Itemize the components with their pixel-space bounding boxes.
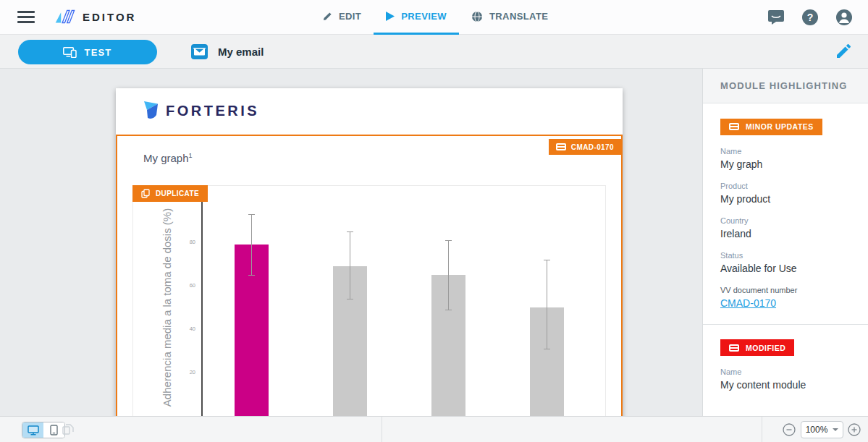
field-value: My product xyxy=(720,193,851,205)
field-label: Product xyxy=(720,182,851,190)
mobile-view-button[interactable] xyxy=(43,422,64,438)
chat-icon[interactable] xyxy=(768,10,784,25)
field-label: Name xyxy=(720,147,851,156)
monitor-icon xyxy=(28,425,39,435)
chart-error-cap xyxy=(248,214,255,215)
email-title-group: My email xyxy=(191,35,264,69)
chart-error-bar xyxy=(350,231,350,299)
chart-container: DUPLICATE Adherencia media a la toma de … xyxy=(132,185,606,416)
zoom-in-button[interactable] xyxy=(848,423,861,436)
email-title: My email xyxy=(218,46,264,58)
field-value: Ireland xyxy=(720,228,851,239)
app-name: EDITOR xyxy=(83,11,136,23)
y-tick-label: 80 xyxy=(177,239,195,245)
panel-title: MODULE HIGHLIGHTING xyxy=(703,69,868,103)
chart-error-cap xyxy=(347,299,353,299)
field-row: CountryIreland xyxy=(720,216,851,239)
content-card-icon xyxy=(729,123,739,130)
brand-name: FORTERIS xyxy=(166,103,259,119)
app-logo: EDITOR xyxy=(52,7,136,26)
app-logo-icon xyxy=(52,7,75,26)
field-value: My content module xyxy=(720,379,851,391)
duplicate-button[interactable]: DUPLICATE xyxy=(132,185,208,202)
content-card-icon xyxy=(729,344,739,352)
chart-error-cap xyxy=(347,231,353,232)
y-tick-label: 60 xyxy=(177,282,195,289)
pencil-icon xyxy=(322,12,332,22)
field-value: Available for Use xyxy=(720,263,851,274)
field-row: StatusAvailable for Use xyxy=(720,251,851,274)
field-label: Name xyxy=(720,367,851,376)
svg-text:?: ? xyxy=(807,12,814,23)
field-label: Country xyxy=(720,216,851,225)
zoom-level-select[interactable]: 100% xyxy=(801,421,843,438)
field-row: VV document numberCMAD-0170 xyxy=(720,286,851,310)
content-card-icon xyxy=(556,143,566,150)
module-fields: NameMy graphProductMy productCountryIrel… xyxy=(720,147,851,310)
devices-icon xyxy=(63,47,77,58)
content-module[interactable]: CMAD-0170 My graph1 DUPLICATE Adherencia… xyxy=(116,135,623,416)
account-icon[interactable] xyxy=(836,9,852,25)
brand-logo: FORTERIS xyxy=(143,101,259,122)
field-row: NameMy content module xyxy=(720,367,851,391)
field-row: ProductMy product xyxy=(720,182,851,205)
edit-email-icon[interactable] xyxy=(837,44,851,61)
status-badge[interactable]: MODIFIED xyxy=(720,339,794,356)
zoom-level: 100% xyxy=(806,425,828,435)
pages-icon xyxy=(62,424,74,438)
module-fields: NameMy content module xyxy=(720,367,851,391)
chart-error-cap xyxy=(445,240,452,241)
tab-preview[interactable]: PREVIEW xyxy=(374,0,459,35)
field-value: My graph xyxy=(720,158,851,170)
module-info-section: MODIFIED NameMy content module xyxy=(703,325,868,406)
chart-error-bar xyxy=(547,260,547,349)
module-title: My graph1 xyxy=(143,152,193,164)
chart-error-bar xyxy=(448,240,449,310)
preview-pane: FORTERIS CMAD-0170 My graph1 DUPLICATE xyxy=(0,69,702,416)
chart-error-cap xyxy=(248,275,255,276)
y-tick-label: 40 xyxy=(177,326,195,332)
globe-icon xyxy=(471,11,483,22)
module-tag[interactable]: CMAD-0170 xyxy=(549,139,621,155)
email-header: FORTERIS xyxy=(116,88,623,135)
divider xyxy=(762,417,762,442)
module-info-section: MINOR UPDATES NameMy graphProductMy prod… xyxy=(703,103,868,325)
brand-logo-icon xyxy=(143,101,159,122)
module-highlighting-panel: MODULE HIGHLIGHTING MINOR UPDATES NameMy… xyxy=(702,69,868,416)
help-icon[interactable]: ? xyxy=(802,9,818,25)
top-bar-actions: ? xyxy=(768,0,852,35)
field-row: NameMy graph xyxy=(720,147,851,170)
play-icon xyxy=(386,12,395,21)
email-page: FORTERIS CMAD-0170 My graph1 DUPLICATE xyxy=(116,88,623,416)
mode-tabs: EDIT PREVIEW TRANSLATE xyxy=(310,0,560,35)
chart-y-axis xyxy=(201,195,203,416)
chart-error-bar xyxy=(251,214,252,275)
top-bar: EDITOR EDIT PREVIEW TRANSLATE xyxy=(0,0,868,35)
copy-icon xyxy=(141,189,150,198)
field-label: VV document number xyxy=(720,286,851,294)
chart-error-cap xyxy=(544,349,550,349)
chart-error-cap xyxy=(445,310,452,310)
caret-down-icon xyxy=(833,428,838,431)
tab-edit[interactable]: EDIT xyxy=(310,0,374,35)
email-toolbar: TEST My email xyxy=(0,35,868,69)
document-link[interactable]: CMAD-0170 xyxy=(720,297,776,309)
field-label: Status xyxy=(720,251,851,260)
y-tick-label: 20 xyxy=(177,369,195,375)
app-window: EDITOR EDIT PREVIEW TRANSLATE xyxy=(0,0,868,442)
divider xyxy=(382,417,382,442)
menu-icon[interactable] xyxy=(17,11,35,24)
email-icon xyxy=(191,44,208,59)
desktop-view-button[interactable] xyxy=(22,422,43,438)
phone-icon xyxy=(50,425,58,435)
chart-y-axis-label: Adherencia media a la toma de dosis (%) xyxy=(161,208,173,407)
test-button[interactable]: TEST xyxy=(18,40,157,64)
status-badge[interactable]: MINOR UPDATES xyxy=(720,119,822,135)
tab-translate[interactable]: TRANSLATE xyxy=(459,0,560,35)
status-bar: 100% xyxy=(0,416,868,442)
device-toggle xyxy=(22,422,65,438)
chart-error-cap xyxy=(544,260,550,260)
zoom-out-button[interactable] xyxy=(783,423,796,436)
